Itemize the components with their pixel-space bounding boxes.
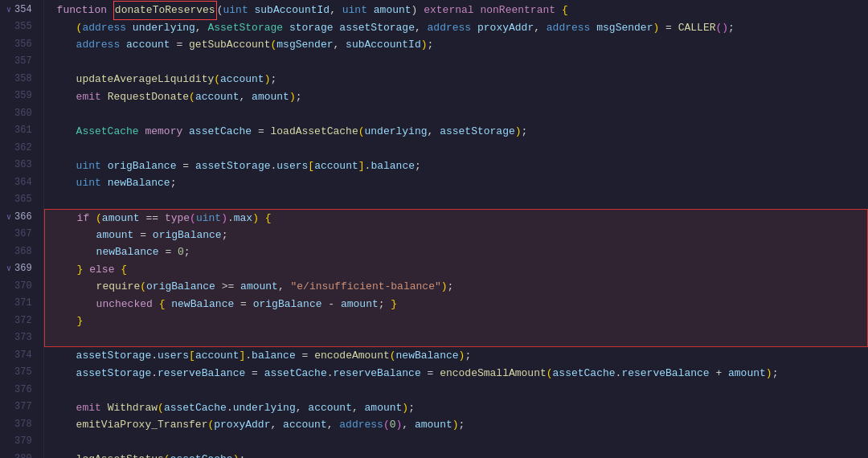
code-line-378: emitViaProxy_Transfer(proxyAddr, account…: [44, 416, 868, 434]
code-line-367: amount = origBalance;: [44, 227, 868, 244]
line-379: 379: [3, 434, 37, 452]
code-line-375: assetStorage.reserveBalance = assetCache…: [44, 365, 868, 382]
code-line-374: assetStorage.users[account].balance = en…: [44, 347, 868, 365]
line-355: 355: [3, 19, 37, 37]
code-line-376: [44, 382, 868, 399]
line-375: 375: [3, 365, 37, 382]
line-365: 365: [3, 192, 37, 210]
code-line-362: [44, 140, 868, 157]
code-area: ∨354 355 356 357 358 359 360 361 362 363…: [0, 0, 868, 458]
line-354: ∨354: [3, 2, 37, 19]
code-line-356: address account = getSubAccount(msgSende…: [44, 36, 868, 54]
line-361: 361: [3, 123, 37, 141]
code-line-363: uint origBalance = assetStorage.users[ac…: [44, 157, 868, 175]
line-362: 362: [3, 140, 37, 157]
line-368: 368: [3, 243, 37, 261]
line-356: 356: [3, 36, 37, 54]
line-373: 373: [3, 330, 37, 348]
line-378: 378: [3, 416, 37, 434]
code-line-359: emit RequestDonate(account, amount);: [44, 88, 868, 106]
code-line-354: function donateToReserves(uint subAccoun…: [44, 2, 868, 19]
code-line-361: AssetCache memory assetCache = loadAsset…: [44, 123, 868, 141]
line-360: 360: [3, 105, 37, 123]
code-content: function donateToReserves(uint subAccoun…: [44, 0, 868, 458]
line-363: 363: [3, 157, 37, 175]
line-370: 370: [3, 278, 37, 296]
line-377: 377: [3, 399, 37, 417]
line-364: 364: [3, 174, 37, 192]
code-line-366: if (amount == type(uint).max) {: [44, 209, 868, 227]
fold-chevron-366[interactable]: ∨: [3, 211, 11, 225]
line-371: 371: [3, 296, 37, 313]
code-line-379: [44, 434, 868, 452]
fold-chevron[interactable]: ∨: [3, 4, 11, 18]
code-line-365: [44, 192, 868, 210]
code-line-357: [44, 54, 868, 72]
code-line-360: [44, 105, 868, 123]
code-line-373: [44, 330, 868, 348]
line-367: 367: [3, 227, 37, 244]
code-line-364: uint newBalance;: [44, 174, 868, 192]
line-372: 372: [3, 313, 37, 330]
code-line-368: newBalance = 0;: [44, 243, 868, 261]
line-369: ∨369: [3, 261, 37, 279]
code-line-370: require(origBalance >= amount, "e/insuff…: [44, 278, 868, 296]
code-line-372: }: [44, 313, 868, 330]
line-380: 380: [3, 451, 37, 458]
code-line-371: unchecked { newBalance = origBalance - a…: [44, 296, 868, 313]
code-line-369: } else {: [44, 261, 868, 279]
code-editor: ∨354 355 356 357 358 359 360 361 362 363…: [0, 0, 868, 458]
line-358: 358: [3, 71, 37, 88]
line-376: 376: [3, 382, 37, 399]
fold-chevron-369[interactable]: ∨: [3, 263, 11, 276]
line-359: 359: [3, 88, 37, 106]
line-366: ∨366: [3, 209, 37, 227]
code-line-358: updateAverageLiquidity(account);: [44, 71, 868, 88]
line-357: 357: [3, 54, 37, 72]
code-line-380: logAssetStatus(assetCache);: [44, 451, 868, 458]
line-numbers: ∨354 355 356 357 358 359 360 361 362 363…: [0, 0, 44, 458]
line-374: 374: [3, 347, 37, 365]
code-line-355: (address underlying, AssetStorage storag…: [44, 19, 868, 37]
code-line-377: emit Withdraw(assetCache.underlying, acc…: [44, 399, 868, 417]
